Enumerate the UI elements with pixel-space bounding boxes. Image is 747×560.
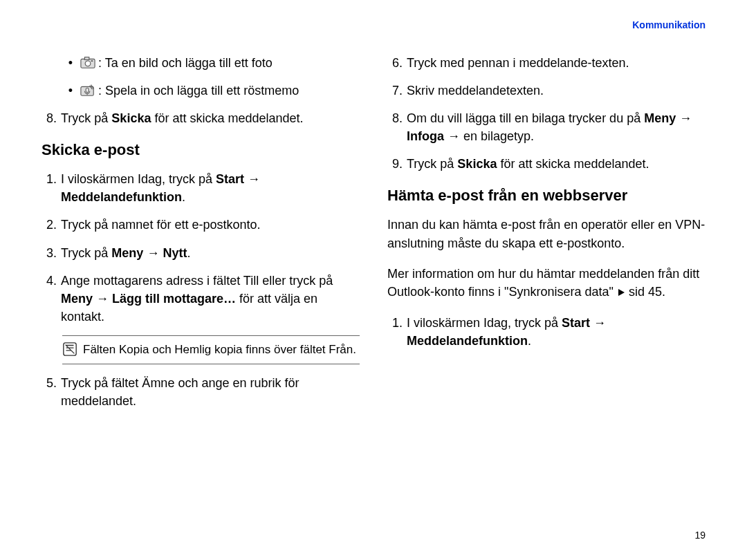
arrow-sep: → <box>676 111 692 125</box>
step-bold: Meny <box>61 292 93 306</box>
step-item: 5. Tryck på fältet Ämne och ange en rubr… <box>42 374 360 410</box>
step-text: Tryck på <box>407 157 457 171</box>
step-bold: Start <box>562 316 590 330</box>
step-number: 1. <box>42 170 61 188</box>
step-text: Om du vill lägga till en bilaga trycker … <box>407 111 644 125</box>
arrow-sep: → <box>93 292 112 306</box>
mic-icon <box>80 83 95 97</box>
step-bold: Nytt <box>163 246 187 260</box>
step-text: Ange mottagarens adress i fältet Till el… <box>61 274 333 288</box>
section-link[interactable]: Kommunikation <box>632 19 706 30</box>
step-bold: Skicka <box>457 157 497 171</box>
step-bold: Start <box>216 172 244 186</box>
step-text: Tryck på <box>61 246 111 260</box>
paragraph: Mer information om hur du hämtar meddela… <box>387 265 706 301</box>
step-item: 1. I viloskärmen Idag, tryck på Start → … <box>42 170 360 206</box>
step-text: I viloskärmen Idag, tryck på <box>407 316 562 330</box>
step-text: Tryck på <box>61 111 111 125</box>
arrow-sep: → <box>143 246 163 260</box>
step-number: 3. <box>42 244 61 262</box>
step-text: I viloskärmen Idag, tryck på <box>61 172 216 186</box>
step-item: 3. Tryck på Meny → Nytt. <box>42 244 360 262</box>
step-item: 6. Tryck med pennan i meddelande-texten. <box>387 54 706 72</box>
svg-point-2 <box>85 61 91 66</box>
step-bold: Meny <box>111 246 143 260</box>
step-bold: Meddelandefunktion <box>407 334 528 348</box>
bullet-prefix: : <box>98 56 105 70</box>
step-number: 2. <box>42 216 61 234</box>
document-page: Kommunikation • : Ta en bild och lägga t… <box>0 0 747 560</box>
step-number: 7. <box>387 82 407 100</box>
arrow-sep: → <box>444 129 463 143</box>
step-text: en bilagetyp. <box>463 129 534 143</box>
svg-marker-10 <box>618 289 625 296</box>
step-text: Tryck på namnet för ett e-postkonto. <box>61 216 360 234</box>
svg-rect-5 <box>86 88 89 92</box>
step-text: . <box>182 190 185 204</box>
left-column: • : Ta en bild och lägga till ett foto •… <box>42 54 360 420</box>
step-number: 9. <box>387 155 407 173</box>
arrow-sep: → <box>590 316 606 330</box>
svg-rect-3 <box>91 60 93 62</box>
step-bold: Lägg till mottagare… <box>112 292 236 306</box>
step-number: 8. <box>387 109 407 127</box>
step-item: 9. Tryck på Skicka för att skicka meddel… <box>387 155 706 173</box>
bullet-marker: • <box>61 82 80 100</box>
bullet-item: • : Ta en bild och lägga till ett foto <box>61 54 360 72</box>
step-bold: Skicka <box>111 111 151 125</box>
step-number: 4. <box>42 272 61 290</box>
step-bold: Infoga <box>407 129 444 143</box>
step-bold: Meddelandefunktion <box>61 190 182 204</box>
bullet-marker: • <box>61 54 80 72</box>
step-item: 8. Tryck på Skicka för att skicka meddel… <box>42 109 360 127</box>
step-text: . <box>187 246 190 260</box>
right-column: 6. Tryck med pennan i meddelande-texten.… <box>387 54 706 420</box>
step-item: 2. Tryck på namnet för ett e-postkonto. <box>42 216 360 234</box>
content-columns: • : Ta en bild och lägga till ett foto •… <box>42 54 706 420</box>
step-text: för att skicka meddelandet. <box>497 157 649 171</box>
heading-skicka-epost: Skicka e-post <box>42 141 360 159</box>
note-icon <box>62 342 77 357</box>
step-text: för att skicka meddelandet. <box>151 111 303 125</box>
svg-rect-1 <box>84 57 89 60</box>
step-number: 5. <box>42 374 61 392</box>
paragraph-text: sid 45. <box>625 285 665 299</box>
step-text: Tryck på fältet Ämne och ange en rubrik … <box>61 374 360 410</box>
bullet-text: Spela in och lägga till ett röstmemo <box>105 84 299 97</box>
note-box: Fälten Kopia och Hemlig kopia finns över… <box>62 335 360 364</box>
arrow-sep: → <box>244 172 260 186</box>
note-text: Fälten Kopia och Hemlig kopia finns över… <box>83 342 356 358</box>
bullet-text: Ta en bild och lägga till ett foto <box>105 56 273 70</box>
step-item: 4. Ange mottagarens adress i fältet Till… <box>42 272 360 326</box>
paragraph: Innan du kan hämta e-post från en operat… <box>387 216 706 252</box>
step-item: 1. I viloskärmen Idag, tryck på Start → … <box>387 314 706 350</box>
step-number: 8. <box>42 109 61 127</box>
step-number: 6. <box>387 54 407 72</box>
step-text: Tryck med pennan i meddelande-texten. <box>407 54 706 72</box>
bullet-prefix: : <box>98 84 105 97</box>
triangle-icon <box>617 283 625 301</box>
step-item: 8. Om du vill lägga till en bilaga tryck… <box>387 109 706 145</box>
heading-hamta-epost: Hämta e-post från en webbserver <box>387 187 706 205</box>
step-number: 1. <box>387 314 407 332</box>
step-item: 7. Skriv meddelandetexten. <box>387 82 706 100</box>
step-bold: Meny <box>644 111 676 125</box>
page-number: 19 <box>694 530 706 541</box>
step-text: Skriv meddelandetexten. <box>407 82 706 100</box>
step-text: . <box>528 334 531 348</box>
camera-icon <box>80 55 95 69</box>
bullet-item: • : Spela in och lägga till ett röstmemo <box>61 82 360 100</box>
